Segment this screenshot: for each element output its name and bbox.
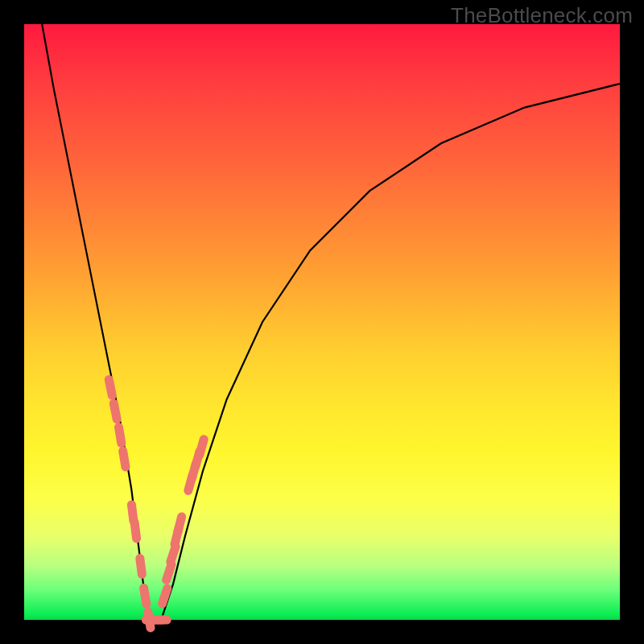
marker-segment xyxy=(140,559,142,575)
marker-segment xyxy=(144,588,147,605)
marker-segment xyxy=(109,380,112,396)
marker-segment xyxy=(123,451,126,467)
highlight-markers xyxy=(109,380,204,628)
bottleneck-curve xyxy=(42,24,620,620)
marker-segment xyxy=(131,505,134,521)
marker-segment xyxy=(119,427,122,444)
marker-segment xyxy=(167,564,171,580)
marker-segment xyxy=(171,547,175,562)
marker-segment xyxy=(134,522,137,539)
chart-frame: TheBottleneck.com xyxy=(0,0,644,644)
marker-segment xyxy=(163,588,167,604)
marker-segment xyxy=(200,440,204,455)
curve-svg xyxy=(24,24,620,620)
plot-area xyxy=(24,24,620,620)
marker-segment xyxy=(178,517,182,532)
marker-segment xyxy=(114,403,117,419)
